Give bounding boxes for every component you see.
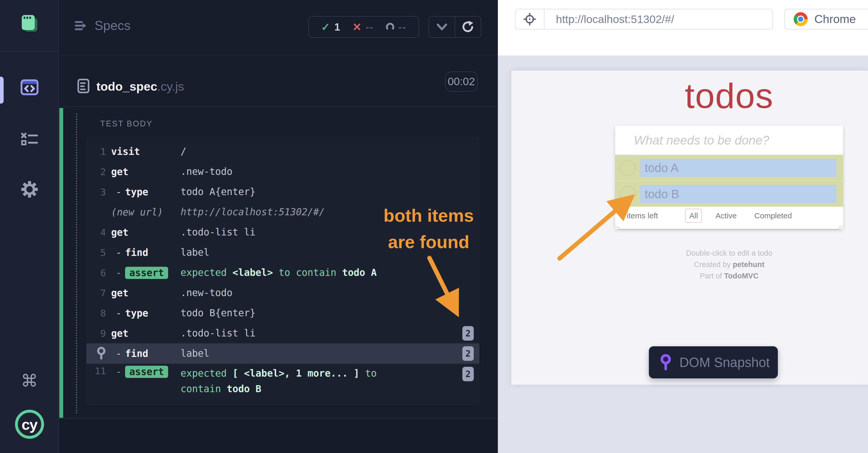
browser-pane: http://localhost:51302/#/ Chrome todos W… (498, 0, 868, 453)
command-name: -assert (111, 366, 181, 378)
todo-filters: AllActiveCompleted (685, 209, 796, 223)
attempt-guide-line (76, 114, 77, 414)
command-message-segment: todo B{enter} (181, 308, 256, 319)
element-count-badge: 2 (462, 367, 474, 381)
command-message-segment: todo A{enter} (181, 186, 256, 197)
app-info-line: Created by petehunt (615, 259, 843, 270)
pin-icon (660, 354, 672, 371)
command-message: todo A{enter} (181, 184, 479, 200)
command-row[interactable]: 11-assertexpected [ <label>, 1 more... ]… (86, 364, 479, 399)
url-bar: http://localhost:51302/#/ (515, 9, 773, 30)
command-name: visit (111, 146, 181, 157)
command-message: .new-todo (181, 164, 479, 180)
test-stats[interactable]: ✓ 1 ✕ -- -- (308, 16, 419, 38)
selector-playground-button[interactable] (516, 9, 545, 29)
spec-filename: todo_spec.cy.js (96, 79, 184, 94)
annotation-left: both itemsare found (368, 202, 490, 255)
filter-all[interactable]: All (685, 209, 702, 223)
annotation-arrow-left (414, 249, 476, 329)
command-name: get (111, 288, 181, 299)
command-message: / (181, 144, 479, 159)
sidebar-item-settings[interactable] (0, 181, 59, 198)
spec-duration-badge: 00:02 (445, 71, 478, 92)
command-number: 2 (86, 166, 106, 177)
command-message-segment: expected (181, 267, 232, 278)
command-message-segment: label (181, 247, 209, 258)
browser-select-label: Chrome (814, 12, 856, 26)
command-name: -type (111, 308, 181, 319)
browser-header: http://localhost:51302/#/ Chrome (498, 0, 868, 56)
cypress-logo[interactable]: cy (0, 410, 59, 439)
annotation-line: are found (368, 229, 490, 255)
command-number: 3 (86, 187, 106, 197)
command-message: label (181, 346, 479, 361)
command-message-segment: to contain (273, 267, 342, 278)
chrome-icon (794, 12, 808, 26)
todo-item-row: todo A (615, 155, 843, 181)
spec-file-icon (78, 79, 89, 93)
stacked-paper-edge (619, 227, 839, 229)
specs-heading-label: Specs (95, 18, 130, 33)
command-number: 8 (86, 308, 106, 319)
dom-snapshot-pill[interactable]: DOM Snapshot (649, 346, 778, 379)
todo-checkbox[interactable] (620, 160, 636, 176)
command-name: -assert (111, 267, 181, 279)
todo-item-row: todo B (615, 181, 843, 207)
sidebar-divider (0, 51, 58, 52)
cy-logo-icon: cy (15, 410, 44, 439)
command-message-segment: .new-todo (181, 287, 232, 298)
command-number: 7 (86, 288, 106, 298)
url-input[interactable]: http://localhost:51302/#/ (545, 9, 772, 29)
sidebar-item-runs[interactable] (0, 133, 59, 146)
command-number: 1 (86, 146, 106, 157)
new-todo-input[interactable]: What needs to be done? (615, 126, 843, 155)
command-number: 5 (86, 247, 106, 258)
command-message-segment: todo A (342, 267, 377, 278)
spec-row[interactable]: todo_spec.cy.js 00:02 (59, 56, 497, 107)
refresh-icon (462, 20, 474, 34)
command-number: 6 (86, 267, 106, 278)
command-message-segment: <label> (232, 267, 273, 278)
command-row[interactable]: -findlabel2 (86, 344, 479, 364)
crosshair-icon (524, 13, 536, 25)
command-name: get (111, 227, 181, 238)
filter-completed[interactable]: Completed (750, 209, 796, 223)
stat-pending: -- (386, 21, 406, 33)
command-number: 11 (86, 366, 106, 376)
stat-failed: ✕ -- (352, 21, 374, 33)
cypress-browser-icon (22, 15, 37, 32)
filter-active[interactable]: Active (711, 209, 741, 223)
app-info-line: Part of TodoMVC (615, 270, 843, 282)
command-row[interactable]: 1visit/ (86, 141, 479, 162)
assert-pill: assert (125, 366, 168, 378)
command-row[interactable]: 3-typetodo A{enter} (86, 182, 479, 202)
reporter-footer-area (59, 419, 497, 453)
command-message-segment: [ <label>, 1 more... ] (232, 368, 359, 379)
command-row[interactable]: 2get.new-todo (86, 162, 479, 182)
rerun-button[interactable] (455, 17, 481, 37)
todo-app-title: todos (615, 76, 843, 116)
collapse-all-button[interactable] (429, 17, 455, 37)
stacked-paper-edge (617, 225, 841, 227)
pinned-command-icon (97, 347, 106, 360)
command-name: -find (111, 247, 181, 258)
sidebar-item-specs[interactable] (0, 79, 59, 95)
specs-heading[interactable]: Specs (75, 18, 130, 33)
todo-item-label[interactable]: todo B (640, 185, 836, 203)
spec-list-icon (75, 20, 87, 32)
todo-footer: 2 items left AllActiveCompleted (615, 207, 843, 225)
command-name: get (111, 166, 181, 177)
assert-pill: assert (125, 267, 168, 279)
browser-chip-button[interactable] (0, 15, 59, 32)
todo-app-footer-info: Double-click to edit a todoCreated by pe… (615, 247, 843, 282)
command-message-segment: http://localhost:51302/#/ (181, 206, 325, 218)
todo-item-label[interactable]: todo A (640, 159, 836, 177)
command-name: (new url) (111, 207, 181, 218)
keyboard-shortcuts-button[interactable]: ⌘ (0, 373, 59, 390)
command-number: 4 (86, 227, 106, 238)
browser-select[interactable]: Chrome (784, 9, 868, 30)
command-message-segment: .todo-list li (181, 328, 256, 339)
command-message: expected [ <label>, 1 more... ] tocontai… (181, 366, 479, 397)
command-message-segment: / (181, 146, 186, 157)
test-body-label: TEST BODY (100, 119, 153, 128)
